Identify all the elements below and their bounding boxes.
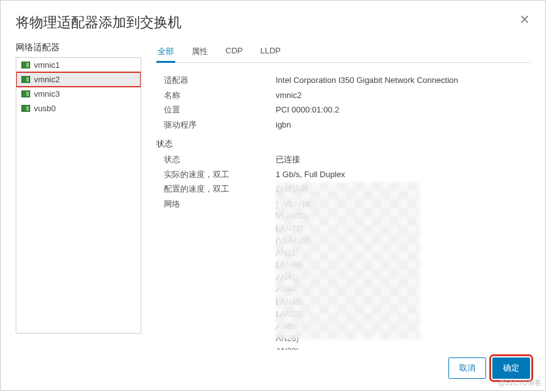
prop-value: igbn <box>276 119 525 131</box>
network-item: AN26) <box>276 332 525 345</box>
network-item: (VLAN20) <box>276 234 525 247</box>
network-item: AN30) <box>276 345 525 351</box>
adapter-item-label: vusb0 <box>34 104 56 113</box>
adapter-list[interactable]: vmnic1 vmnic2 vmnic3 vusb0 <box>16 57 141 334</box>
detail-panel-container: 全部 属性 CDP LLDP 适配器 Intel Corporation I35… <box>141 42 530 350</box>
network-item: LAN25) <box>276 308 525 320</box>
network-list: ) (VLAN40) VLAN33) LAN72) (VLAN20) AN21)… <box>276 198 525 351</box>
network-item: LAN45) <box>276 296 525 308</box>
dialog-body: 网络适配器 vmnic1 vmnic2 vmnic3 vusb0 <box>1 42 545 350</box>
network-item: ) (VLAN40) <box>276 198 525 210</box>
tab-properties[interactable]: 属性 <box>190 42 209 62</box>
close-icon[interactable]: ✕ <box>519 13 530 26</box>
watermark: @51CTO博客 <box>499 378 541 388</box>
ok-button[interactable]: 确定 <box>492 357 530 379</box>
network-item: AN68) <box>276 320 525 333</box>
tab-cdp[interactable]: CDP <box>224 42 244 62</box>
nic-icon <box>21 105 30 112</box>
tab-all[interactable]: 全部 <box>156 42 175 62</box>
network-item: AN41) <box>276 271 525 284</box>
prop-value: vmnic2 <box>276 89 525 102</box>
prop-row-driver: 驱动程序 igbn <box>156 117 525 133</box>
prop-row-actual-speed: 实际的速度，双工 1 Gb/s, Full Duplex <box>156 167 525 182</box>
prop-label: 驱动程序 <box>156 119 276 131</box>
adapter-item-vmnic3[interactable]: vmnic3 <box>16 87 141 101</box>
tab-lldp[interactable]: LLDP <box>259 42 282 62</box>
status-header: 状态 <box>156 132 525 152</box>
prop-value: Intel Corporation I350 Gigabit Network C… <box>276 74 525 87</box>
prop-label: 适配器 <box>156 74 276 87</box>
network-item: VLAN33) <box>276 210 525 222</box>
adapter-item-vmnic1[interactable]: vmnic1 <box>16 58 141 72</box>
prop-value: PCI 0000:01:00.2 <box>276 104 525 116</box>
dialog: 将物理适配器添加到交换机 ✕ 网络适配器 vmnic1 vmnic2 vmnic… <box>0 0 546 391</box>
tabs: 全部 属性 CDP LLDP <box>156 42 530 63</box>
prop-row-status: 状态 已连接 <box>156 152 525 167</box>
prop-value: 已连接 <box>276 153 525 166</box>
prop-label: 配置的速度，双工 <box>156 183 276 195</box>
prop-label: 状态 <box>156 153 276 166</box>
adapter-item-vusb0[interactable]: vusb0 <box>16 101 141 116</box>
network-item: LAN72) <box>276 222 525 235</box>
dialog-title: 将物理适配器添加到交换机 <box>16 13 181 32</box>
adapter-item-label: vmnic2 <box>34 75 60 84</box>
prop-value: 1 Gb/s, Full Duplex <box>276 168 525 181</box>
cancel-button[interactable]: 取消 <box>448 357 486 379</box>
detail-panel[interactable]: 适配器 Intel Corporation I350 Gigabit Netwo… <box>156 63 530 350</box>
dialog-footer: 取消 确定 <box>1 350 545 390</box>
prop-row-adapter: 适配器 Intel Corporation I350 Gigabit Netwo… <box>156 73 525 88</box>
adapter-item-label: vmnic3 <box>34 89 60 99</box>
dialog-header: 将物理适配器添加到交换机 ✕ <box>1 1 545 42</box>
prop-label: 网络 <box>156 198 276 351</box>
network-item: LAN98) <box>276 259 525 271</box>
nic-icon <box>21 62 30 68</box>
prop-row-name: 名称 vmnic2 <box>156 88 525 103</box>
prop-row-network: 网络 ) (VLAN40) VLAN33) LAN72) (VLAN20) AN… <box>156 197 525 351</box>
prop-row-location: 位置 PCI 0000:01:00.2 <box>156 102 525 117</box>
prop-value: 自动协商 <box>276 183 525 195</box>
network-item: AN44) <box>276 283 525 296</box>
prop-label: 位置 <box>156 104 276 116</box>
adapter-panel: 网络适配器 vmnic1 vmnic2 vmnic3 vusb0 <box>16 42 141 350</box>
adapter-panel-label: 网络适配器 <box>16 42 141 57</box>
adapter-item-vmnic2[interactable]: vmnic2 <box>16 72 141 87</box>
adapter-item-label: vmnic1 <box>34 60 60 70</box>
nic-icon <box>21 76 30 83</box>
prop-row-config-speed: 配置的速度，双工 自动协商 <box>156 182 525 197</box>
nic-icon <box>21 90 30 97</box>
prop-label: 名称 <box>156 89 276 102</box>
prop-label: 实际的速度，双工 <box>156 168 276 181</box>
network-item: AN21) <box>276 247 525 259</box>
